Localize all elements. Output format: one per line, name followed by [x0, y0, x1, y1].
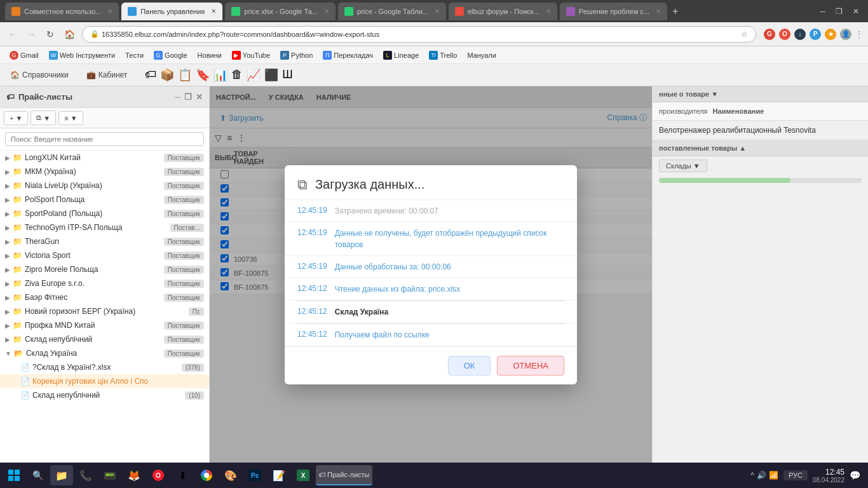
minimize-button[interactable]: ─	[816, 6, 829, 17]
tab-2[interactable]: Панель управления ✕	[121, 3, 222, 20]
tab-6-close[interactable]: ✕	[656, 8, 661, 15]
menu-btn[interactable]: ≡ ▼	[58, 111, 83, 125]
bookmark-gmail[interactable]: G Gmail	[5, 50, 43, 61]
sidebar-item-12[interactable]: ▶ 📁 Профка MND Китай Поставщик	[0, 318, 209, 332]
sidebar-item-7[interactable]: ▶ 📁 Victoria Sport Поставщик	[0, 248, 209, 262]
taskbar-app-firefox[interactable]: 🦊	[123, 465, 146, 485]
bookmark-testi[interactable]: Тести	[121, 50, 148, 60]
refresh-button[interactable]: ↻	[43, 27, 57, 41]
sidebar-item-1[interactable]: ▶ 📁 МКМ (Україна) Поставщик	[0, 165, 209, 179]
bookmark-webtools[interactable]: W Web Інструменти	[44, 50, 119, 61]
tab-2-close[interactable]: ✕	[211, 8, 216, 15]
sidebar-item-0[interactable]: ▶ 📁 LongXUN Китай Поставщик	[0, 151, 209, 165]
sidebar-item-14[interactable]: ▼ 📂 Склад Україна Поставщик	[0, 346, 209, 360]
ext-icon-2[interactable]: O	[779, 29, 790, 40]
taskbar-app-viber[interactable]: 📞	[74, 465, 97, 485]
spravochniki-label: Справочники	[22, 71, 69, 79]
sidebar-item-6[interactable]: ▶ 📁 TheraGun Поставщик	[0, 234, 209, 248]
bookmark-manuali[interactable]: Мануали	[463, 50, 501, 60]
add-btn[interactable]: + ▼	[4, 111, 28, 125]
taskbar-app-3[interactable]: 📟	[98, 465, 121, 485]
system-clock[interactable]: 12:45 08.04.2022	[813, 468, 844, 484]
tab-3[interactable]: price.xlsx - Google Та... ✕	[225, 3, 336, 20]
sidebar-item-2[interactable]: ▶ 📁 Niala LiveUp (Україна) Поставщик	[0, 179, 209, 193]
taskbar-app-notepad[interactable]: 📝	[268, 465, 290, 485]
bookmark-translator[interactable]: П Перекладач	[318, 50, 377, 61]
app-icon-2[interactable]: 📦	[160, 68, 174, 82]
app-icon-4[interactable]: 🔖	[196, 68, 210, 82]
bookmark-novini[interactable]: Новини	[193, 50, 226, 60]
tray-icon-2[interactable]: 🔊	[757, 471, 766, 480]
restore-button[interactable]: ❐	[832, 6, 846, 17]
sidebar-item-8[interactable]: ▶ 📁 Zipro Morele Польща Поставщик	[0, 262, 209, 276]
kabinet-menu[interactable]: 💼 Кабинет	[81, 68, 133, 82]
app-icon-9[interactable]: Ш	[282, 68, 293, 82]
sidebar-item-17[interactable]: 📄 Склад непублічний (10)	[0, 388, 209, 402]
menu-icon[interactable]: ⋮	[855, 30, 863, 39]
sidebar-item-13[interactable]: ▶ 📁 Склад непублічний Поставщик	[0, 332, 209, 346]
taskbar-app-5[interactable]: 🎨	[219, 465, 242, 485]
notification-icon[interactable]: 💬	[850, 470, 860, 480]
tab-4[interactable]: price - Google Табли... ✕	[338, 3, 446, 20]
taskbar-app-opera[interactable]: O	[147, 465, 170, 485]
warehouse-button[interactable]: Склады ▼	[659, 159, 707, 172]
ext-icon-4[interactable]: P	[810, 29, 821, 40]
app-icon-1[interactable]: 🏷	[145, 68, 156, 82]
address-bar[interactable]: 🔒 16335850.elbuz.com/admin/index.php?rou…	[82, 26, 756, 43]
sidebar-item-5[interactable]: ▶ 📁 TechnoGym ITP-SA Польща Постав...	[0, 220, 209, 234]
taskbar-app-excel[interactable]: X	[292, 465, 315, 485]
back-button[interactable]: ←	[5, 27, 20, 41]
sidebar-item-4[interactable]: ▶ 📁 SportPoland (Польща) Поставщик	[0, 207, 209, 220]
tab-5-close[interactable]: ✕	[546, 8, 551, 15]
close-button[interactable]: ✕	[849, 6, 863, 17]
tab-1[interactable]: Совместное использо... ✕	[5, 3, 119, 20]
tab-1-close[interactable]: ✕	[107, 8, 112, 15]
star-icon[interactable]: ☆	[741, 30, 748, 39]
new-tab-button[interactable]: +	[672, 6, 678, 17]
spravochniki-menu[interactable]: 🏠 Справочники	[5, 68, 74, 82]
app-icon-3[interactable]: 📋	[178, 68, 192, 82]
app-icon-6[interactable]: 🗑	[231, 68, 243, 82]
cancel-button[interactable]: ОТМЕНА	[497, 356, 564, 376]
bookmark-google[interactable]: G Google	[149, 50, 191, 61]
app-icon-7[interactable]: 📈	[247, 68, 261, 82]
bookmark-python[interactable]: P Python	[276, 50, 317, 61]
taskbar-search[interactable]: 🔍	[26, 465, 49, 485]
tab-5[interactable]: elbuz форум - Поиск... ✕	[449, 3, 557, 20]
bookmark-trello[interactable]: Tr Trello	[424, 50, 461, 61]
forward-button[interactable]: →	[24, 27, 39, 41]
tab-6[interactable]: Решение проблем с... ✕	[560, 3, 667, 20]
taskbar-app-chrome[interactable]	[195, 465, 218, 485]
close-panel-btn[interactable]: ✕	[196, 92, 203, 102]
taskbar-app-1[interactable]: 📁	[50, 465, 73, 485]
tab-3-close[interactable]: ✕	[324, 8, 329, 15]
app-icon-5[interactable]: 📊	[214, 68, 227, 82]
tray-icon-1[interactable]: ^	[750, 471, 754, 480]
sidebar-item-10[interactable]: ▶ 📁 Баэр Фітнес Поставщик	[0, 290, 209, 304]
restore-panel-btn[interactable]: ❐	[184, 92, 192, 102]
app-icon-8[interactable]: ⬛	[264, 68, 278, 82]
taskbar-app-filezilla[interactable]: ⬇	[171, 465, 194, 485]
sidebar-item-15[interactable]: 📄 ?Склад в Україні?.xlsx (378)	[0, 360, 209, 374]
sidebar-item-16[interactable]: 📄 Корекція гуртових цін Алло і Спо	[0, 374, 209, 388]
language-indicator[interactable]: РУС	[783, 470, 808, 480]
minimize-panel-btn[interactable]: ─	[175, 92, 180, 102]
ext-icon-1[interactable]: G	[764, 29, 775, 40]
bookmark-lineage[interactable]: L Lineage	[379, 50, 423, 61]
sidebar-item-3[interactable]: ▶ 📁 PolSport Польща Поставщик	[0, 193, 209, 207]
home-button[interactable]: 🏠	[61, 27, 78, 41]
sidebar-item-11[interactable]: ▶ 📁 Новий горизонт БЕРГ (Україна) Пс	[0, 304, 209, 318]
ext-icon-3[interactable]: ↓	[794, 29, 806, 40]
start-button[interactable]	[3, 464, 25, 487]
tab-4-close[interactable]: ✕	[435, 8, 440, 15]
sidebar-item-9[interactable]: ▶ 📁 Ziva Europe s.r.o. Поставщик	[0, 276, 209, 290]
sidebar-search-input[interactable]	[5, 132, 204, 146]
tray-icon-3[interactable]: 📶	[769, 471, 778, 480]
taskbar-prais-listy[interactable]: 🏷 Прайс-листы	[316, 465, 372, 485]
ok-button[interactable]: ОК	[448, 356, 491, 376]
ext-icon-5[interactable]: ★	[825, 29, 836, 40]
user-icon[interactable]: 👤	[840, 29, 851, 40]
copy-btn[interactable]: ⧉ ▼	[31, 111, 56, 125]
taskbar-app-photoshop[interactable]: Ps	[243, 465, 266, 485]
bookmark-youtube[interactable]: ▶ YouTube	[227, 50, 275, 61]
